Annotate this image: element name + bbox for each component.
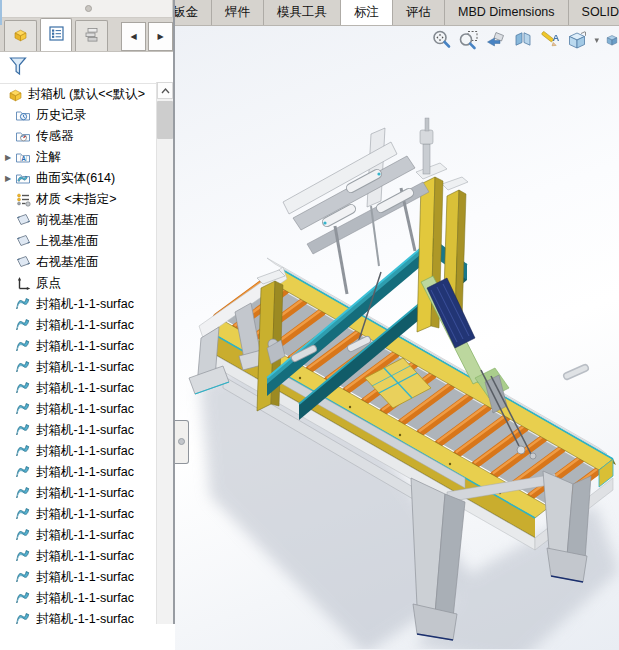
heads-up-view-toolbar: A ▾ [431, 29, 619, 51]
tree-item-surface-body[interactable]: 封箱机-1-1-surfac [0, 399, 158, 420]
tree-item[interactable]: 传感器 [0, 126, 158, 147]
surface-body-icon [14, 422, 32, 439]
display-style-icon[interactable] [605, 29, 619, 51]
surface-body-icon [14, 590, 32, 607]
panel-scroll-left-button[interactable]: ◀ [121, 22, 146, 51]
tab-annotate[interactable]: 标注 [341, 0, 393, 25]
tree-item-surface-body[interactable]: 封箱机-1-1-surfac [0, 483, 158, 504]
feature-tree: 封箱机 (默认<<默认> 历史记录 传感器▶ A注解▶曲面实体(614) 材质 … [0, 84, 173, 624]
surface-body-icon [14, 611, 32, 624]
part-icon [6, 86, 24, 103]
part-icon [12, 26, 29, 47]
tree-root-item[interactable]: 封箱机 (默认<<默认> [0, 84, 158, 105]
tree-item[interactable]: ▶曲面实体(614) [0, 168, 158, 189]
dropdown-caret-icon[interactable]: ▾ [594, 35, 599, 45]
surface-body-icon [14, 317, 32, 334]
surface-body-icon [14, 548, 32, 565]
surface-bodies-folder-icon [14, 170, 32, 187]
tree-filter-input[interactable] [35, 55, 175, 81]
view-settings-icon[interactable]: A [539, 29, 561, 51]
surface-body-icon [14, 296, 32, 313]
tree-item-surface-body[interactable]: 封箱机-1-1-surfac [0, 441, 158, 462]
window-edge [0, 0, 2, 25]
tree-item[interactable]: 前视基准面 [0, 210, 158, 231]
tree-item-surface-body[interactable]: 封箱机-1-1-surfac [0, 546, 158, 567]
view-orientation-icon[interactable] [566, 29, 588, 51]
panel-splitter-top[interactable] [0, 0, 173, 18]
tree-item-surface-body[interactable]: 封箱机-1-1-surfac [0, 378, 158, 399]
expand-arrow-icon[interactable]: ▶ [2, 174, 14, 183]
panel-nav-arrows: ◀▶ [119, 22, 173, 51]
config-icon [83, 26, 100, 47]
tab-evaluate[interactable]: 评估 [393, 0, 445, 25]
scroll-up-button[interactable] [157, 82, 173, 99]
tab-solidworks-addins[interactable]: SOLIDW [569, 0, 619, 25]
zoom-to-area-icon[interactable] [458, 29, 480, 51]
svg-text:A: A [21, 155, 26, 162]
tree-item-surface-body[interactable]: 封箱机-1-1-surfac [0, 294, 158, 315]
tree-item-surface-body[interactable]: 封箱机-1-1-surfac [0, 567, 158, 588]
tree-filter-row [0, 52, 173, 84]
tree-item[interactable]: 右视基准面 [0, 252, 158, 273]
splitter-grip-dot [178, 438, 185, 445]
scrollbar-thumb[interactable] [157, 101, 173, 139]
tree-item-surface-body[interactable]: 封箱机-1-1-surfac [0, 336, 158, 357]
surface-body-icon [14, 569, 32, 586]
plane-icon [14, 254, 32, 271]
surface-body-icon [14, 338, 32, 355]
tree-item[interactable]: 材质 <未指定> [0, 189, 158, 210]
tree-item-surface-body[interactable]: 封箱机-1-1-surfac [0, 504, 158, 525]
featuretree-icon [48, 25, 65, 46]
tree-item[interactable]: 历史记录 [0, 105, 158, 126]
tree-item-surface-body[interactable]: 封箱机-1-1-surfac [0, 357, 158, 378]
surface-body-icon [14, 380, 32, 397]
expand-arrow-icon[interactable]: ▶ [2, 153, 14, 162]
origin-icon [14, 275, 32, 292]
model-3d[interactable] [175, 26, 619, 649]
graphics-area[interactable]: A ▾ [175, 26, 619, 650]
history-folder-icon [14, 107, 32, 124]
tree-item[interactable]: ▶ A注解 [0, 147, 158, 168]
section-view-icon[interactable] [512, 29, 534, 51]
panel-splitter-handle[interactable] [175, 420, 189, 464]
plane-icon [14, 212, 32, 229]
featuremanager-tree-tab[interactable] [40, 18, 73, 51]
zoom-to-fit-icon[interactable] [431, 29, 453, 51]
surface-body-icon [14, 401, 32, 418]
tree-item[interactable]: 上视基准面 [0, 231, 158, 252]
panel-tab-row: ◀▶ [0, 18, 173, 52]
tree-item-surface-body[interactable]: 封箱机-1-1-surfac [0, 315, 158, 336]
featuremanager-panel: ◀▶ 封箱机 (默认<<默认> 历史记录 传感器▶ A注解▶曲面实体(614) … [0, 0, 175, 624]
material-icon [14, 191, 32, 208]
tab-mold-tools[interactable]: 模具工具 [264, 0, 341, 25]
surface-body-icon [14, 506, 32, 523]
surface-body-icon [14, 359, 32, 376]
splitter-grip-dot [85, 5, 92, 12]
sensors-folder-icon [14, 128, 32, 145]
previous-view-icon[interactable] [485, 29, 507, 51]
surface-body-icon [14, 527, 32, 544]
panel-scroll-right-button[interactable]: ▶ [148, 22, 173, 51]
configuration-manager-tab[interactable] [75, 20, 108, 51]
plane-icon [14, 233, 32, 250]
filter-funnel-icon [7, 54, 29, 82]
tree-item-surface-body[interactable]: 封箱机-1-1-surfac [0, 420, 158, 441]
tree-scrollbar[interactable] [156, 82, 173, 624]
tree-item-surface-body[interactable]: 封箱机-1-1-surfac [0, 462, 158, 483]
surface-body-icon [14, 443, 32, 460]
surface-body-icon [14, 485, 32, 502]
tree-item[interactable]: 原点 [0, 273, 158, 294]
tree-item-surface-body[interactable]: 封箱机-1-1-surfac [0, 588, 158, 609]
annotations-folder-icon: A [14, 149, 32, 166]
surface-body-icon [14, 464, 32, 481]
tree-item-surface-body[interactable]: 封箱机-1-1-surfac [0, 609, 158, 624]
tree-item-surface-body[interactable]: 封箱机-1-1-surfac [0, 525, 158, 546]
tab-weldments[interactable]: 焊件 [212, 0, 264, 25]
featuremanager-part-tab[interactable] [4, 20, 37, 51]
svg-text:A: A [553, 32, 560, 43]
tab-mbd-dimensions[interactable]: MBD Dimensions [445, 0, 569, 25]
